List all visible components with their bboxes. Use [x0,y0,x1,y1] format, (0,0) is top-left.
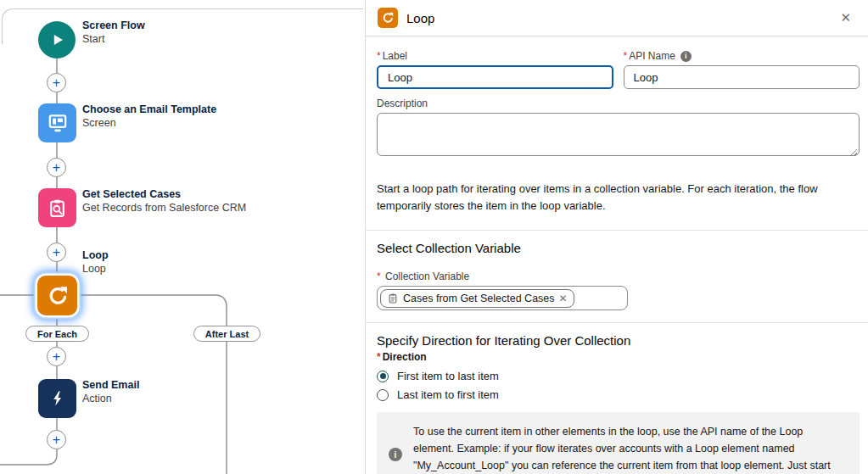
loop-icon [46,284,70,308]
flow-canvas[interactable]: Screen FlowStart + Choose an Email Templ… [0,0,365,474]
start-node[interactable] [38,21,76,59]
play-icon [48,31,66,49]
send-email-action-node[interactable] [38,379,76,418]
lightning-bolt-icon [48,389,67,408]
record-lookup-icon [47,198,68,219]
panel-title: Loop [406,11,434,25]
after-last-branch-label[interactable]: After Last [193,326,260,342]
info-box-text: To use the current item in other element… [413,423,843,474]
collection-variable-combobox[interactable]: Cases from Get Selected Cases ✕ [377,286,628,310]
loop-info-box: i To use the current item in other eleme… [377,412,860,474]
add-element-button[interactable]: + [47,430,66,449]
info-circle-icon: i [389,448,402,461]
get-records-node-label: Get Selected CasesGet Records from Sales… [82,187,246,215]
panel-header: Loop ✕ [366,0,868,36]
add-element-button[interactable]: + [47,158,66,177]
plus-icon: + [53,76,60,90]
direction-field-label: * Direction [377,351,860,363]
description-field-label: Description [377,98,860,109]
plus-icon: + [53,246,60,259]
direction-section: Specify Direction for Iterating Over Col… [366,323,868,401]
loop-panel-icon [378,8,398,28]
screen-node[interactable] [38,103,76,142]
label-input[interactable] [377,65,613,89]
start-node-label: Screen FlowStart [82,19,145,47]
collection-variable-section: Select Collection Variable * Collection … [366,231,868,322]
for-each-branch-label[interactable]: For Each [25,326,89,342]
remove-token-icon[interactable]: ✕ [559,293,568,304]
add-element-button[interactable]: + [47,347,66,366]
loop-property-panel: Loop ✕ * Label * API Name i [365,0,868,474]
plus-icon: + [53,433,60,447]
description-textarea[interactable] [377,113,860,156]
direction-section-heading: Specify Direction for Iterating Over Col… [377,333,860,348]
api-name-field-label: * API Name i [624,50,860,62]
send-email-node-label: Send EmailAction [82,378,139,406]
screen-node-label: Choose an Email TemplateScreen [82,103,216,131]
label-api-section: * Label * API Name i Description [366,36,868,215]
radio-selected-icon[interactable] [377,371,389,382]
collection-variable-token[interactable]: Cases from Get Selected Cases ✕ [380,289,574,308]
record-collection-icon [387,293,399,304]
radio-last-to-first[interactable]: Last item to first item [377,388,860,401]
loop-node-label: LoopLoop [82,248,109,276]
add-element-button[interactable]: + [47,243,66,262]
plus-icon: + [53,350,60,364]
radio-first-to-last[interactable]: First item to last item [377,370,860,382]
collection-variable-label: * Collection Variable [377,270,860,282]
info-icon[interactable]: i [680,51,692,62]
label-field-label: * Label [377,50,613,62]
loop-help-text: Start a loop path for iterating over ite… [377,181,852,215]
loop-node-selected[interactable] [37,276,77,315]
api-name-input[interactable] [624,65,860,89]
close-icon[interactable]: ✕ [835,8,856,27]
get-records-node[interactable] [38,188,76,227]
add-element-button[interactable]: + [47,73,66,92]
screen-icon [47,112,69,134]
plus-icon: + [53,161,60,175]
radio-unselected-icon[interactable] [377,389,389,401]
collection-section-heading: Select Collection Variable [377,241,860,255]
